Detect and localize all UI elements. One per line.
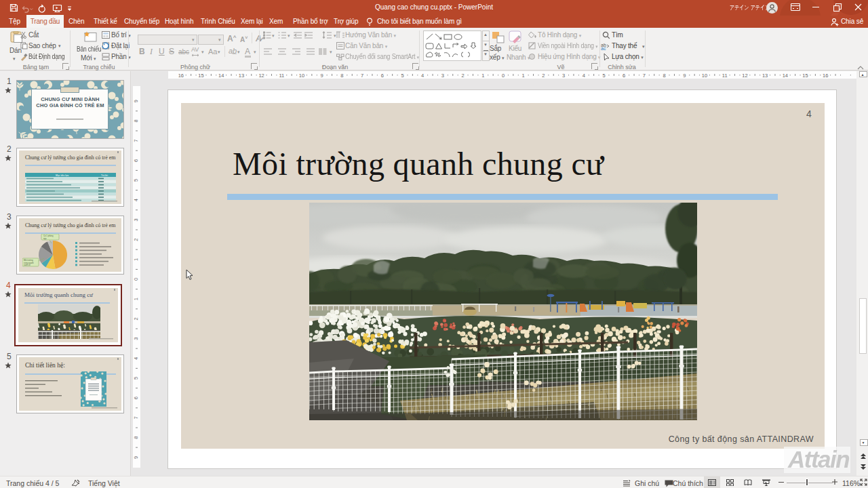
svg-text:12: 12 — [742, 73, 747, 79]
svg-text:15: 15 — [802, 73, 808, 79]
svg-text:8: 8 — [663, 73, 666, 79]
svg-text:3: 3 — [133, 338, 139, 340]
svg-text:15: 15 — [198, 73, 203, 79]
svg-text:1: 1 — [133, 258, 139, 261]
svg-text:9: 9 — [321, 73, 323, 79]
svg-text:xanh sẽ: xanh sẽ — [24, 264, 31, 266]
svg-text:7: 7 — [643, 73, 646, 79]
svg-text:16: 16 — [178, 73, 184, 79]
svg-text:7: 7 — [361, 73, 363, 79]
svg-text:ac: ac — [601, 46, 606, 50]
svg-text:11: 11 — [279, 73, 284, 79]
svg-text:5: 5 — [401, 73, 403, 79]
svg-text:11: 11 — [722, 73, 728, 79]
svg-text:4: 4 — [133, 357, 139, 360]
svg-text:6: 6 — [381, 73, 384, 79]
svg-text:6: 6 — [623, 73, 625, 79]
svg-text:5: 5 — [133, 377, 139, 380]
svg-text:Trả lời: Trả lời — [101, 174, 108, 177]
svg-text:0: 0 — [133, 278, 139, 281]
svg-text:2: 2 — [133, 317, 139, 320]
svg-text:9: 9 — [133, 456, 139, 459]
svg-text:4: 4 — [583, 73, 585, 79]
svg-text:0: 0 — [502, 73, 505, 79]
svg-text:4: 4 — [421, 73, 424, 79]
svg-text:1: 1 — [133, 298, 139, 300]
svg-text:ngủ: ngủ — [43, 237, 47, 240]
svg-text:12: 12 — [258, 73, 264, 79]
svg-text:6: 6 — [133, 159, 139, 162]
svg-text:6: 6 — [133, 396, 139, 399]
svg-text:2: 2 — [133, 239, 139, 241]
svg-text:1: 1 — [522, 73, 525, 79]
svg-text:7: 7 — [133, 140, 139, 142]
svg-text:Mục tiêu lựa: Mục tiêu lựa — [56, 174, 68, 177]
svg-text:2: 2 — [542, 73, 545, 79]
svg-text:4: 4 — [133, 199, 139, 201]
svg-text:10: 10 — [702, 73, 707, 79]
svg-text:14: 14 — [218, 73, 224, 79]
svg-text:5: 5 — [602, 73, 605, 79]
svg-text:2: 2 — [462, 73, 465, 79]
svg-text:8: 8 — [133, 119, 139, 122]
svg-text:16: 16 — [823, 73, 828, 79]
svg-text:10: 10 — [299, 73, 304, 79]
svg-text:13: 13 — [239, 73, 244, 79]
svg-text:13: 13 — [762, 73, 768, 79]
svg-text:8: 8 — [133, 436, 139, 439]
svg-text:5: 5 — [133, 179, 139, 182]
svg-text:8: 8 — [340, 73, 343, 79]
svg-text:9: 9 — [133, 100, 139, 102]
svg-text:14: 14 — [783, 73, 788, 79]
svg-text:7: 7 — [133, 416, 139, 419]
svg-text:9: 9 — [683, 73, 686, 79]
svg-text:3: 3 — [441, 73, 444, 79]
svg-text:1: 1 — [481, 73, 484, 79]
svg-text:3: 3 — [562, 73, 565, 79]
svg-text:3: 3 — [133, 218, 139, 221]
